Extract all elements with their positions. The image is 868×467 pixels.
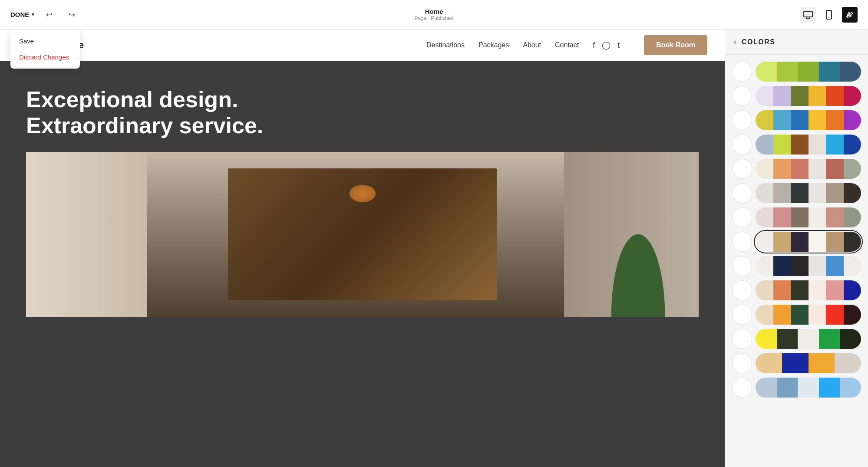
- swatch-segment: [809, 305, 826, 325]
- swatch-segment: [791, 207, 809, 227]
- color-swatch-pill[interactable]: [756, 232, 861, 252]
- swatch-segment: [756, 159, 773, 179]
- book-room-button[interactable]: Book Room: [644, 35, 707, 55]
- swatch-segment: [826, 305, 844, 325]
- swatch-segment: [826, 86, 844, 106]
- color-palette-row: [732, 110, 861, 130]
- nav-link-about[interactable]: About: [523, 41, 541, 49]
- swatch-segment: [840, 62, 861, 82]
- color-swatch-pill[interactable]: [756, 305, 861, 325]
- color-swatch-single[interactable]: [732, 135, 752, 155]
- color-swatch-single[interactable]: [732, 159, 752, 179]
- discard-changes-menu-item[interactable]: Discard Changes: [10, 49, 80, 65]
- nav-link-contact[interactable]: Contact: [555, 41, 579, 49]
- twitter-icon[interactable]: t: [617, 41, 620, 50]
- swatch-segment: [791, 183, 809, 203]
- swatch-segment: [819, 378, 840, 398]
- swatch-segment: [826, 135, 844, 155]
- color-swatch-pill[interactable]: [756, 183, 861, 203]
- nav-link-destinations[interactable]: Destinations: [426, 41, 465, 49]
- swatch-segment: [756, 353, 782, 373]
- swatch-segment: [773, 86, 791, 106]
- color-swatch-single[interactable]: [732, 305, 752, 325]
- swatch-segment: [826, 256, 844, 276]
- swatch-segment: [844, 305, 861, 325]
- color-swatch-pill[interactable]: [756, 135, 861, 155]
- swatch-segment: [798, 378, 819, 398]
- color-swatch-single[interactable]: [732, 62, 752, 82]
- colors-panel-header: ‹ COLORS: [725, 30, 868, 55]
- mobile-view-button[interactable]: [821, 7, 837, 23]
- color-swatch-pill[interactable]: [756, 256, 861, 276]
- swatch-segment: [773, 232, 791, 252]
- color-swatch-single[interactable]: [732, 86, 752, 106]
- color-swatch-single[interactable]: [732, 353, 752, 373]
- desktop-view-button[interactable]: [800, 7, 816, 23]
- swatch-segment: [826, 207, 844, 227]
- color-palette-row: [732, 329, 861, 349]
- swatch-segment: [791, 305, 809, 325]
- color-swatch-single[interactable]: [732, 183, 752, 203]
- swatch-segment: [791, 135, 809, 155]
- facebook-icon[interactable]: f: [593, 41, 595, 50]
- swatch-segment: [809, 353, 835, 373]
- color-swatch-pill[interactable]: [756, 159, 861, 179]
- swatch-segment: [756, 183, 773, 203]
- color-swatch-single[interactable]: [732, 378, 752, 398]
- swatch-segment: [773, 207, 791, 227]
- editor-area: Save Discard Changes essentials Site Des…: [0, 30, 725, 467]
- color-palette-row: [732, 159, 861, 179]
- color-palette-row: [732, 378, 861, 398]
- svg-rect-0: [804, 11, 812, 17]
- nav-link-packages[interactable]: Packages: [479, 41, 509, 49]
- swatch-segment: [791, 159, 809, 179]
- swatch-segment: [844, 183, 861, 203]
- swatch-segment: [798, 329, 819, 349]
- color-swatch-pill[interactable]: [756, 378, 861, 398]
- color-swatch-pill[interactable]: [756, 353, 861, 373]
- swatch-segment: [809, 183, 826, 203]
- hero-image: [26, 152, 699, 317]
- design-button[interactable]: [842, 7, 858, 23]
- dropdown-menu: Save Discard Changes: [10, 30, 80, 69]
- color-swatch-pill[interactable]: [756, 86, 861, 106]
- instagram-icon[interactable]: ◯: [602, 40, 611, 50]
- color-palette-row: [732, 86, 861, 106]
- swatch-segment: [773, 183, 791, 203]
- color-palette-row: [732, 135, 861, 155]
- color-swatch-pill[interactable]: [756, 280, 861, 300]
- color-palette-row: [732, 305, 861, 325]
- color-swatch-pill[interactable]: [756, 207, 861, 227]
- color-swatch-single[interactable]: [732, 329, 752, 349]
- color-palette-row: [732, 183, 861, 203]
- swatch-segment: [826, 280, 844, 300]
- color-swatch-pill[interactable]: [756, 110, 861, 130]
- color-swatch-single[interactable]: [732, 256, 752, 276]
- swatch-segment: [844, 159, 861, 179]
- swatch-segment: [791, 110, 809, 130]
- redo-button[interactable]: ↪: [64, 7, 79, 23]
- color-swatch-single[interactable]: [732, 280, 752, 300]
- toolbar-left: DONE ▾ ↩ ↪: [10, 7, 79, 23]
- room-wall-left: [26, 152, 147, 317]
- color-swatch-single[interactable]: [732, 232, 752, 252]
- colors-panel-title: COLORS: [742, 38, 775, 46]
- colors-panel-back-button[interactable]: ‹: [734, 37, 736, 46]
- color-swatch-pill[interactable]: [756, 62, 861, 82]
- hero-headline: Exceptional design. Extraordinary servic…: [26, 87, 330, 139]
- hero-headline-line2: Extraordinary service.: [26, 113, 330, 139]
- save-menu-item[interactable]: Save: [10, 33, 80, 49]
- done-button[interactable]: DONE ▾: [10, 11, 34, 18]
- colors-list: [725, 55, 868, 405]
- swatch-segment: [791, 232, 809, 252]
- swatch-segment: [777, 62, 798, 82]
- color-swatch-single[interactable]: [732, 110, 752, 130]
- color-swatch-single[interactable]: [732, 207, 752, 227]
- undo-button[interactable]: ↩: [41, 7, 57, 23]
- swatch-segment: [791, 280, 809, 300]
- site-nav-links: Destinations Packages About Contact f ◯ …: [426, 35, 707, 55]
- color-swatch-pill[interactable]: [756, 329, 861, 349]
- swatch-segment: [756, 135, 773, 155]
- color-palette-row: [732, 353, 861, 373]
- website-preview: essentials Site Destinations Packages Ab…: [0, 30, 725, 467]
